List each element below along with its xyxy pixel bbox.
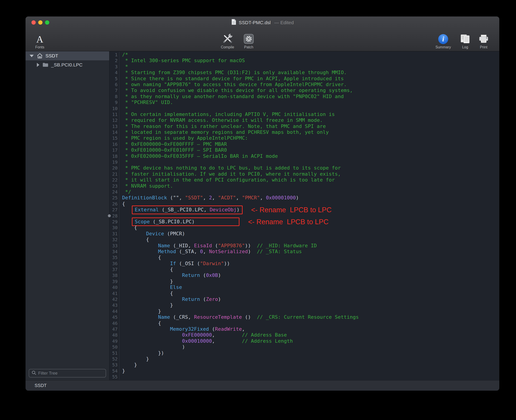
code-line[interactable]: 44 }: [109, 308, 499, 314]
code-line[interactable]: 51 }): [109, 350, 499, 356]
code-line[interactable]: 11 * On certain implementations, includi…: [109, 112, 499, 117]
code-line[interactable]: 4 * Starting from Z390 chipsets PMC (D31…: [109, 70, 499, 75]
code-token: ,: [212, 332, 242, 338]
code-line[interactable]: 50 ): [109, 344, 499, 350]
code-line[interactable]: 22 * it will start in the end of PCI con…: [109, 177, 499, 183]
code-line[interactable]: 38 Return (0x0B): [109, 272, 499, 278]
code-text: * "PCHRESV" UID.: [119, 99, 173, 105]
code-text: }: [119, 308, 161, 314]
code-token: ,: [236, 195, 242, 201]
code-line[interactable]: 5 * Since there is no standard device fo…: [109, 76, 499, 82]
code-token: "APP9876": [218, 243, 245, 248]
log-label: Log: [462, 45, 468, 49]
code-line[interactable]: 21 * faster initialisation. If we add it…: [109, 171, 499, 177]
code-line[interactable]: 32 {: [109, 237, 499, 243]
line-number: 9: [109, 99, 119, 105]
code-text: * Starting from Z390 chipsets PMC (D31:F…: [119, 70, 347, 75]
code-line[interactable]: 39 }: [109, 278, 499, 284]
compile-icon: [222, 32, 233, 44]
code-line[interactable]: 25DefinitionBlock ("", "SSDT", 2, "ACDT"…: [109, 195, 499, 201]
code-line[interactable]: 18 * 0xFE020000~0xFE035FFF – SerialIo BA…: [109, 153, 499, 159]
code-token: {: [122, 201, 125, 207]
code-token: [122, 284, 170, 290]
code-line[interactable]: 24 */: [109, 189, 499, 195]
code-line[interactable]: 23 * NVRAM support.: [109, 183, 499, 189]
code-line[interactable]: 6 * own naming "APP9876" to access this …: [109, 82, 499, 88]
code-line[interactable]: 7 * To avoid confusion we disable this d…: [109, 88, 499, 93]
code-text: * To avoid confusion we disable this dev…: [119, 88, 353, 93]
close-button[interactable]: [31, 20, 36, 25]
code-line[interactable]: 36 If (_OSI ("Darwin")): [109, 261, 499, 267]
code-line[interactable]: 47 Memory32Fixed (ReadWrite,: [109, 326, 499, 332]
minimize-button[interactable]: [38, 20, 43, 25]
code-line[interactable]: 9 * "PCHRESV" UID.: [109, 99, 499, 105]
line-number: 15: [109, 135, 119, 141]
code-token: * as they normally use another non-stand…: [122, 94, 344, 99]
summary-button[interactable]: i Summary: [432, 32, 455, 49]
code-token: * The reason for this is rather unclear.…: [122, 123, 326, 129]
code-line[interactable]: 33 Name (_HID, EisaId ("APP9876")) // _H…: [109, 243, 499, 249]
code-line[interactable]: 35 {: [109, 255, 499, 260]
line-number: 46: [109, 320, 119, 326]
line-number: 6: [109, 82, 119, 88]
compile-button[interactable]: Compile: [217, 32, 238, 49]
line-number: 49: [109, 338, 119, 344]
sidebar-item-ssdt[interactable]: SSDT: [26, 51, 109, 60]
code-line[interactable]: 16 * 0xFE000000~0xFE00FFFF – PMC MBAR: [109, 141, 499, 147]
code-token: ): [218, 296, 221, 302]
code-editor[interactable]: 1/*2 * Intel 300-series PMC support for …: [109, 51, 499, 380]
titlebar[interactable]: SSDT-PMC.dsl — Edited: [26, 16, 499, 29]
code-text: *: [119, 64, 128, 70]
code-token: *: [122, 64, 128, 69]
code-line[interactable]: 43 }: [109, 302, 499, 308]
line-number: 34: [109, 249, 119, 255]
code-line[interactable]: 40 Else: [109, 284, 499, 290]
code-line[interactable]: 3 *: [109, 64, 499, 70]
code-line[interactable]: 31 Device (PMCR): [109, 231, 499, 237]
code-line[interactable]: 14 * located in separate memory regions …: [109, 129, 499, 135]
code-line[interactable]: 45 Name (_CRS, ResourceTemplate () // _C…: [109, 314, 499, 320]
code-line[interactable]: 17 * 0xFE010000~0xFE010FFF – SPI BAR0: [109, 147, 499, 153]
code-text: Name (_CRS, ResourceTemplate () // _CRS:…: [119, 314, 359, 320]
print-label: Print: [480, 45, 487, 49]
disclosure-expanded-icon[interactable]: [30, 55, 34, 57]
filter-tree-input[interactable]: [38, 371, 103, 376]
filter-field[interactable]: [29, 369, 106, 377]
code-token: // _CRS: Current Resource Settings: [257, 314, 359, 320]
code-line[interactable]: 46 {: [109, 320, 499, 326]
code-line[interactable]: 1/*: [109, 52, 499, 58]
zoom-button[interactable]: [45, 20, 49, 25]
code-line[interactable]: 54}: [109, 368, 499, 374]
patch-button[interactable]: Patch: [239, 32, 259, 49]
code-token: // Address Base: [242, 332, 287, 338]
code-line[interactable]: 10 *: [109, 105, 499, 112]
code-text: {: [119, 320, 161, 326]
code-line[interactable]: 13 * The reason for this is rather uncle…: [109, 123, 499, 129]
code-line[interactable]: 52 }: [109, 356, 499, 362]
log-button[interactable]: Log: [457, 32, 473, 49]
traffic-lights: [31, 16, 49, 29]
disclosure-collapsed-icon[interactable]: [37, 63, 39, 67]
code-line[interactable]: 37 {: [109, 267, 499, 272]
code-line[interactable]: 27 External (_SB_.PCI0.LPC, DeviceObj)<-…: [109, 207, 499, 213]
code-line[interactable]: 55: [109, 374, 499, 380]
code-line[interactable]: 2 * Intel 300-series PMC support for mac…: [109, 58, 499, 64]
code-line[interactable]: 15 * PMC region is used by AppleIntelPCH…: [109, 135, 499, 141]
print-button[interactable]: Print: [473, 32, 494, 49]
code-line[interactable]: 49 0x00010000, // Address Length: [109, 338, 499, 344]
code-line[interactable]: 34 Method (_STA, 0, NotSerialized) // _S…: [109, 249, 499, 255]
code-token: External: [135, 207, 159, 212]
code-line[interactable]: 53 }: [109, 362, 499, 368]
code-line[interactable]: 20 * PMC device has nothing to do to LPC…: [109, 165, 499, 171]
code-line[interactable]: 12 * required for NVRAM access. Otherwis…: [109, 117, 499, 123]
code-text: Device (PMCR): [119, 231, 185, 237]
code-line[interactable]: 42 Return (Zero): [109, 296, 499, 302]
code-line[interactable]: 41 {: [109, 291, 499, 296]
code-token: * Intel 300-series PMC support for macOS: [122, 58, 245, 63]
sidebar-item--sb-pci0-lpc[interactable]: _SB.PCI0.LPC: [26, 60, 109, 69]
code-line[interactable]: 29 Scope (_SB.PCI0.LPC)<- Rename LPCB to…: [109, 219, 499, 225]
code-line[interactable]: 8 * as they normally use another non-sta…: [109, 94, 499, 99]
fonts-button[interactable]: A Fonts: [30, 32, 50, 49]
code-line[interactable]: 48 0xFE000000, // Address Base: [109, 332, 499, 338]
code-line[interactable]: 19 *: [109, 159, 499, 165]
